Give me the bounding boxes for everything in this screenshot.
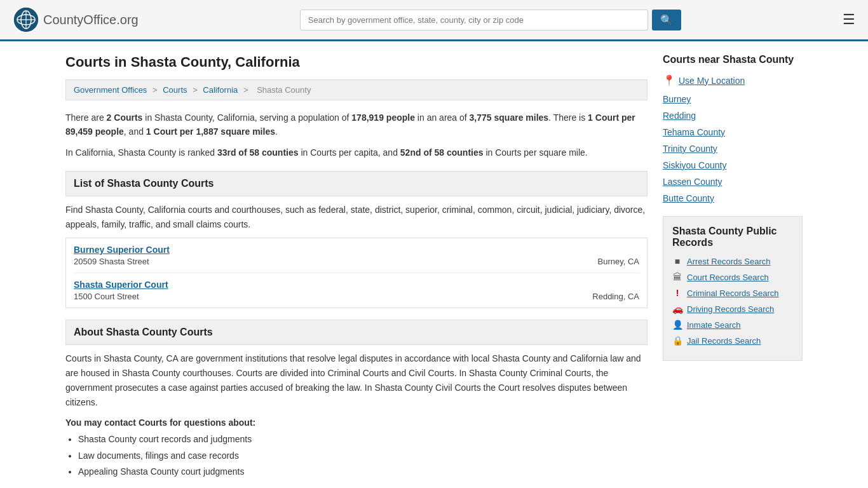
court-icon: 🏛 (672, 272, 682, 282)
inmate-search-link[interactable]: Inmate Search (687, 320, 741, 330)
breadcrumb-sep-3: > (243, 85, 250, 95)
public-records-box: Shasta County Public Records ■ Arrest Re… (663, 216, 803, 361)
pr-item-driving: 🚗 Driving Records Search (672, 304, 793, 314)
breadcrumb-gov-offices[interactable]: Government Offices (74, 85, 147, 95)
court-entry-2: Shasta Superior Court 1500 Court Street … (74, 273, 639, 308)
jail-records-link[interactable]: Jail Records Search (687, 336, 761, 346)
nearby-link-burney[interactable]: Burney (663, 94, 803, 104)
contact-bullets: Shasta County court records and judgment… (78, 431, 648, 480)
driving-records-link[interactable]: Driving Records Search (687, 304, 774, 314)
search-input[interactable] (300, 10, 648, 30)
search-icon: 🔍 (660, 15, 673, 25)
courts-list: Burney Superior Court 20509 Shasta Stree… (65, 238, 648, 308)
public-records-title: Shasta County Public Records (672, 226, 793, 248)
nearby-title: Courts near Shasta County (663, 54, 803, 65)
search-area: 🔍 (300, 10, 681, 30)
header: CountyOffice.org 🔍 ☰ (0, 0, 868, 41)
jail-icon: 🔒 (672, 336, 682, 346)
court-city-1: Burney, CA (597, 257, 639, 266)
bullet-3: Appealing Shasta County court judgments (78, 464, 648, 480)
nearby-link-trinity[interactable]: Trinity County (663, 144, 803, 154)
breadcrumb: Government Offices > Courts > California… (65, 79, 648, 100)
nearby-link-redding[interactable]: Redding (663, 111, 803, 121)
use-location-row: 📍 Use My Location (663, 74, 803, 86)
description-para2: In California, Shasta County is ranked 3… (65, 146, 648, 159)
breadcrumb-sep-1: > (153, 85, 159, 95)
list-section-header: List of Shasta County Courts (65, 171, 648, 196)
search-button[interactable]: 🔍 (652, 10, 681, 30)
logo-text: CountyOffice.org (43, 13, 139, 27)
pr-item-arrest: ■ Arrest Records Search (672, 256, 793, 266)
pr-item-criminal: ! Criminal Records Search (672, 288, 793, 298)
nearby-link-tehama[interactable]: Tehama County (663, 127, 803, 137)
header-right: ☰ (843, 13, 855, 27)
hamburger-icon: ☰ (843, 11, 855, 27)
description-para1: There are 2 Courts in Shasta County, Cal… (65, 111, 648, 139)
nearby-link-siskiyou[interactable]: Siskiyou County (663, 160, 803, 170)
contact-heading: You may contact Courts for questions abo… (65, 417, 648, 428)
nearby-link-lassen[interactable]: Lassen County (663, 177, 803, 187)
bullet-1: Shasta County court records and judgment… (78, 431, 648, 447)
arrest-records-link[interactable]: Arrest Records Search (687, 257, 771, 266)
court-city-2: Redding, CA (592, 292, 639, 301)
about-body: Courts in Shasta County, CA are governme… (65, 351, 648, 410)
content-area: Courts in Shasta County, California Gove… (65, 54, 648, 480)
main-wrapper: Courts in Shasta County, California Gove… (53, 41, 815, 488)
court-entry-1: Burney Superior Court 20509 Shasta Stree… (74, 238, 639, 273)
arrest-icon: ■ (672, 256, 682, 266)
inmate-icon: 👤 (672, 320, 682, 330)
court-records-link[interactable]: Court Records Search (687, 273, 769, 282)
criminal-icon: ! (672, 288, 682, 298)
list-intro: Find Shasta County, California courts an… (65, 203, 648, 231)
court-row-2: 1500 Court Street Redding, CA (74, 292, 639, 301)
nearby-link-butte[interactable]: Butte County (663, 193, 803, 203)
breadcrumb-shasta: Shasta County (257, 85, 311, 95)
breadcrumb-courts[interactable]: Courts (163, 85, 187, 95)
bullet-2: Law documents, filings and case records (78, 448, 648, 464)
logo-area: CountyOffice.org (13, 6, 139, 33)
court-address-2: 1500 Court Street (74, 292, 139, 301)
sidebar: Courts near Shasta County 📍 Use My Locat… (663, 54, 803, 480)
court-row-1: 20509 Shasta Street Burney, CA (74, 257, 639, 266)
pr-item-jail: 🔒 Jail Records Search (672, 336, 793, 346)
logo-icon (13, 6, 39, 33)
pr-item-court: 🏛 Court Records Search (672, 272, 793, 282)
court-name-1[interactable]: Burney Superior Court (74, 245, 170, 255)
pr-item-inmate: 👤 Inmate Search (672, 320, 793, 330)
about-section-header: About Shasta County Courts (65, 320, 648, 345)
breadcrumb-california[interactable]: California (203, 85, 238, 95)
criminal-records-link[interactable]: Criminal Records Search (687, 288, 779, 298)
court-name-2[interactable]: Shasta Superior Court (74, 280, 168, 290)
use-location-link[interactable]: Use My Location (679, 76, 745, 86)
court-address-1: 20509 Shasta Street (74, 257, 149, 266)
menu-button[interactable]: ☰ (843, 13, 855, 27)
page-title: Courts in Shasta County, California (65, 54, 648, 71)
driving-icon: 🚗 (672, 304, 682, 314)
breadcrumb-sep-2: > (193, 85, 200, 95)
pin-icon: 📍 (663, 74, 675, 86)
